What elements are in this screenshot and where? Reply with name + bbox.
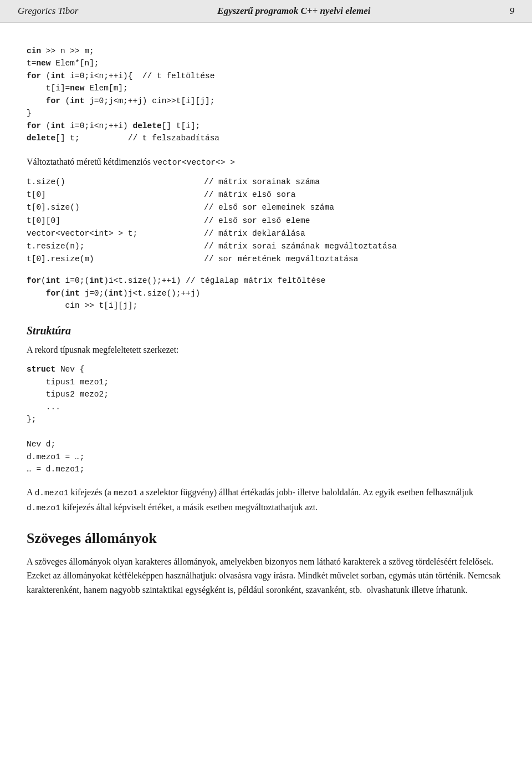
page-content: cin >> n >> m; t=new Elem*[n]; for (int …	[0, 23, 532, 626]
header-page-number: 9	[509, 6, 514, 17]
page: Gregorics Tibor Egyszerű programok C++ n…	[0, 0, 532, 767]
strukt-intro-text: A rekord típusnak megfeleltetett szerkez…	[27, 343, 505, 357]
vector-row-7: t[0].resize(m) // sor méretének megválto…	[27, 253, 505, 266]
struct-code-block: struct Nev { tipus1 mezo1; tipus2 mezo2;…	[27, 363, 505, 475]
szoveges-heading: Szöveges állományok	[27, 530, 505, 547]
vector-row-2: t[0] // mátrix első sora	[27, 189, 505, 201]
vector-row-6: t.resize(n); // mátrix sorai számának me…	[27, 240, 505, 253]
vector-row-1: t.size() // mátrix sorainak száma	[27, 176, 505, 189]
szoveges-text: A szöveges állományok olyan karakteres á…	[27, 555, 505, 597]
vector-fill-code: for(int i=0;(int)i<t.size();++i) // tégl…	[27, 275, 505, 312]
intro-code-block: cin >> n >> m; t=new Elem*[n]; for (int …	[27, 45, 505, 145]
page-header: Gregorics Tibor Egyszerű programok C++ n…	[0, 0, 532, 23]
header-author: Gregorics Tibor	[18, 6, 78, 17]
mezo1-explanation-text: A d.mezo1 kifejezés (a mezo1 a szelektor…	[27, 485, 505, 514]
vector-row-3: t[0].size() // első sor elemeinek száma	[27, 201, 505, 214]
vector-code-table: t.size() // mátrix sorainak száma t[0] /…	[27, 176, 505, 266]
header-title: Egyszerű programok C++ nyelvi elemei	[217, 6, 370, 17]
strukt-heading: Struktúra	[27, 324, 505, 337]
vector-row-4: t[0][0] // első sor első eleme	[27, 215, 505, 227]
variable-size-section-title: Változtatható méretű kétdimenziós vector…	[27, 155, 505, 169]
vector-row-5: vector<vector<int> > t; // mátrix deklar…	[27, 227, 505, 240]
